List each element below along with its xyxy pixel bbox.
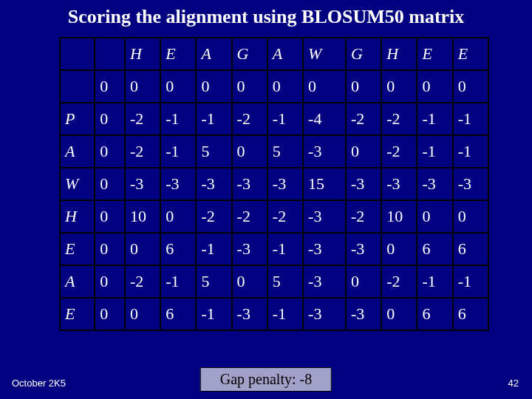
cell: -3 [381,168,417,200]
cell: -2 [381,103,417,135]
cell: -2 [267,200,303,233]
cell: 0 [160,70,196,103]
cell: -2 [125,135,160,168]
cell: -3 [267,168,303,200]
page-title: Scoring the alignment using BLOSUM50 mat… [0,0,532,33]
row-header: W [60,168,95,200]
cell: -1 [267,233,303,265]
cell: 0 [95,103,125,135]
cell: -3 [346,298,381,330]
cell: 0 [95,298,125,330]
cell: 0 [125,298,160,330]
cell: -1 [160,135,196,168]
cell: 5 [267,265,303,298]
cell: -3 [303,135,346,168]
page-number: 42 [508,378,519,389]
cell: -1 [267,103,303,135]
cell: -1 [196,298,231,330]
col-header: E [417,38,452,70]
col-header: H [381,38,417,70]
col-header-empty [95,38,125,70]
cell: -2 [125,103,160,135]
col-header: A [267,38,303,70]
row-header: A [60,265,95,298]
cell: -1 [417,265,452,298]
cell: -3 [232,233,267,265]
cell: -1 [160,103,196,135]
cell: -3 [125,168,160,200]
cell: 15 [303,168,346,200]
cell: 10 [381,200,417,233]
cell: 0 [95,168,125,200]
cell: 0 [232,265,267,298]
row-header [60,70,95,103]
cell: -3 [232,298,267,330]
col-header: G [232,38,267,70]
cell: -1 [267,298,303,330]
col-header-empty [60,38,95,70]
cell: -2 [381,135,417,168]
cell: -2 [232,200,267,233]
cell: 6 [160,233,196,265]
cell: 6 [417,233,452,265]
cell: -2 [232,103,267,135]
cell: -3 [303,233,346,265]
cell: 0 [267,70,303,103]
cell: 6 [160,298,196,330]
cell: 0 [95,135,125,168]
cell: -1 [453,265,488,298]
row-header: E [60,298,95,330]
cell: 0 [232,135,267,168]
cell: 0 [160,200,196,233]
cell: -3 [346,168,381,200]
col-header: G [346,38,381,70]
cell: 5 [196,265,231,298]
cell: -2 [196,200,231,233]
cell: -3 [196,168,231,200]
cell: -1 [160,265,196,298]
cell: 6 [453,298,488,330]
col-header: A [196,38,231,70]
cell: 0 [95,200,125,233]
cell: 0 [346,70,381,103]
cell: 0 [381,298,417,330]
cell: -3 [346,233,381,265]
row-header: A [60,135,95,168]
cell: -1 [453,135,488,168]
cell: 0 [346,135,381,168]
cell: 10 [125,200,160,233]
cell: 0 [95,70,125,103]
col-header: H [125,38,160,70]
row-header: H [60,200,95,233]
cell: 0 [417,200,452,233]
cell: -1 [417,135,452,168]
cell: 0 [303,70,346,103]
cell: 0 [417,70,452,103]
cell: 0 [381,233,417,265]
score-table: HEAGAWGHEE00000000000P0-2-1-1-2-1-4-2-2-… [59,37,489,331]
footer-date: October 2K5 [12,378,66,389]
gap-penalty-badge: Gap penalty: -8 [200,367,332,392]
cell: 0 [95,233,125,265]
cell: -3 [232,168,267,200]
cell: 5 [196,135,231,168]
cell: -1 [417,103,452,135]
cell: 5 [267,135,303,168]
cell: 0 [125,70,160,103]
cell: 6 [417,298,452,330]
cell: -3 [303,265,346,298]
cell: 0 [232,70,267,103]
col-header: E [160,38,196,70]
col-header: W [303,38,346,70]
cell: 0 [381,70,417,103]
cell: 0 [95,265,125,298]
cell: -1 [196,103,231,135]
cell: 6 [453,233,488,265]
cell: -2 [125,265,160,298]
cell: -3 [453,168,488,200]
cell: -2 [381,265,417,298]
cell: -3 [160,168,196,200]
cell: -3 [303,298,346,330]
cell: 0 [453,200,488,233]
cell: 0 [196,70,231,103]
